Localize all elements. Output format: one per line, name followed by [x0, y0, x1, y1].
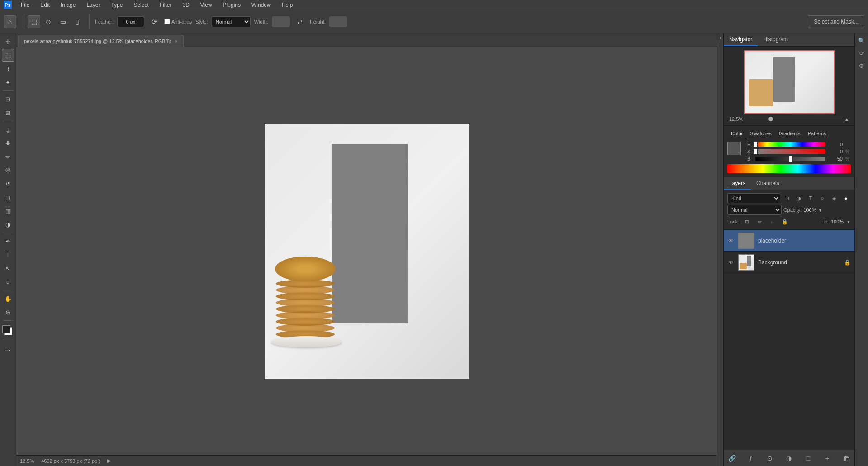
opacity-dropdown-btn[interactable]: ▼	[818, 208, 823, 213]
b-slider-track[interactable]	[755, 157, 825, 161]
delete-layer-btn[interactable]: 🗑	[842, 454, 851, 463]
crop-tool[interactable]: ⊡	[2, 93, 14, 105]
new-group-btn[interactable]: □	[804, 454, 813, 463]
anti-alias-checkbox[interactable]	[164, 19, 170, 24]
right-panel-collapse[interactable]: ‹	[717, 33, 723, 466]
shape-tool[interactable]: ○	[2, 276, 14, 288]
layer-visibility-placeholder[interactable]: 👁	[727, 237, 735, 244]
layers-filter-shape-btn[interactable]: ○	[817, 193, 827, 203]
menu-select[interactable]: Select	[132, 1, 150, 9]
layer-info-placeholder: placeholder	[758, 238, 851, 244]
menu-3d[interactable]: 3D	[180, 1, 191, 9]
history-brush-tool[interactable]: ↺	[2, 177, 14, 190]
h-slider-track[interactable]	[755, 142, 825, 147]
link-layers-btn[interactable]: 🔗	[727, 454, 736, 463]
add-style-btn[interactable]: ƒ	[746, 454, 755, 463]
layers-mode-select[interactable]: Normal Multiply Screen Overlay	[727, 205, 782, 215]
document-tab[interactable]: pexels-anna-pyshniuk-7855274.jpg @ 12.5%…	[18, 35, 184, 47]
width-input[interactable]	[272, 16, 290, 27]
lock-artboard-btn[interactable]: ↔	[767, 217, 777, 227]
more-tools[interactable]: …	[2, 342, 14, 355]
lasso-tool[interactable]: ⌇	[2, 62, 14, 75]
new-fill-layer-btn[interactable]: ◑	[784, 454, 793, 463]
dodge-tool[interactable]: ◑	[2, 218, 14, 231]
hand-tool[interactable]: ✋	[2, 292, 14, 305]
single-col-btn[interactable]: ▯	[71, 15, 84, 28]
s-slider-track[interactable]	[755, 149, 825, 154]
magic-wand-tool[interactable]: ✦	[2, 76, 14, 89]
menu-type[interactable]: Type	[109, 1, 124, 9]
h-label: H	[747, 142, 753, 147]
gradient-tool[interactable]: ▦	[2, 204, 14, 217]
color-sliders: H 0 S 0 %	[747, 142, 851, 162]
layers-filter-smart-btn[interactable]: ◈	[829, 193, 839, 203]
zoom-tool[interactable]: ⊕	[2, 306, 14, 319]
layers-filter-type-btn[interactable]: T	[806, 193, 816, 203]
menu-window[interactable]: Window	[250, 1, 273, 9]
color-spectrum[interactable]	[727, 164, 851, 173]
canvas-image[interactable]	[265, 124, 469, 379]
status-arrow[interactable]: ▶	[107, 458, 111, 464]
height-input[interactable]	[329, 16, 347, 27]
tab-close-btn[interactable]: ×	[175, 38, 177, 44]
rect-marquee-btn[interactable]: ⬚	[28, 15, 40, 28]
clone-stamp-tool[interactable]: ✇	[2, 164, 14, 176]
menu-view[interactable]: View	[199, 1, 214, 9]
menu-filter[interactable]: Filter	[158, 1, 174, 9]
color-preview-swatch[interactable]	[727, 142, 741, 155]
nav-zoom-slider[interactable]	[750, 119, 842, 119]
spot-healing-tool[interactable]: ✚	[2, 137, 14, 149]
canvas-container[interactable]	[16, 47, 717, 455]
menu-plugins[interactable]: Plugins	[221, 1, 242, 9]
color-tab[interactable]: Color	[727, 129, 746, 138]
layers-filter-adjust-btn[interactable]: ◑	[794, 193, 804, 203]
navigator-tab[interactable]: Navigator	[724, 33, 758, 46]
layers-kind-select[interactable]: Kind	[727, 193, 780, 203]
add-mask-btn[interactable]: ⊙	[765, 454, 774, 463]
menu-edit[interactable]: Edit	[38, 1, 52, 9]
menu-image[interactable]: Image	[59, 1, 77, 9]
histogram-tab[interactable]: Histogram	[758, 33, 793, 46]
layer-item-background[interactable]: 👁 Background 🔒	[724, 252, 854, 273]
gradients-tab[interactable]: Gradients	[775, 129, 804, 138]
path-select-tool[interactable]: ↖	[2, 262, 14, 275]
lock-all-btn[interactable]: 🔒	[780, 217, 790, 227]
feather-mode-btn[interactable]: ⟳	[148, 15, 161, 28]
channels-tab[interactable]: Channels	[751, 177, 785, 190]
ellip-marquee-btn[interactable]: ⊙	[42, 15, 55, 28]
fill-dropdown-btn[interactable]: ▼	[846, 219, 851, 224]
swatches-tab[interactable]: Swatches	[746, 129, 775, 138]
color-swatches[interactable]	[1, 324, 15, 338]
pen-tool[interactable]: ✒	[2, 235, 14, 247]
eyedropper-tool[interactable]: ⍊	[2, 123, 14, 136]
layers-tab[interactable]: Layers	[724, 177, 751, 190]
feather-input[interactable]	[117, 16, 144, 27]
layer-item-placeholder[interactable]: 👁 placeholder	[724, 230, 854, 252]
text-tool[interactable]: T	[2, 248, 14, 261]
swap-dimensions-btn[interactable]: ⇄	[294, 15, 306, 28]
rs-share-btn[interactable]: ⟳	[856, 48, 867, 59]
new-layer-btn[interactable]: +	[823, 454, 832, 463]
tool-icon-home[interactable]: ⌂	[4, 15, 16, 28]
foreground-color-swatch[interactable]	[2, 325, 10, 333]
move-tool[interactable]: ✛	[2, 35, 14, 48]
rs-settings-btn[interactable]: ⚙	[856, 61, 867, 71]
menu-file[interactable]: File	[19, 1, 31, 9]
style-select[interactable]: Normal Fixed Ratio Fixed Size	[212, 16, 251, 27]
layers-filter-pixel-btn[interactable]: ⊡	[782, 193, 792, 203]
marquee-tool[interactable]: ⬚	[2, 49, 14, 62]
layers-filter-dot-btn[interactable]: ●	[841, 193, 851, 203]
layer-visibility-background[interactable]: 👁	[727, 259, 735, 266]
patterns-tab[interactable]: Patterns	[804, 129, 830, 138]
select-mask-button[interactable]: Select and Mask...	[808, 15, 864, 28]
menu-help[interactable]: Help	[280, 1, 295, 9]
brush-tool[interactable]: ✏	[2, 150, 14, 163]
single-row-btn[interactable]: ▭	[57, 15, 69, 28]
navigator-preview[interactable]	[744, 50, 835, 114]
frame-tool[interactable]: ⊞	[2, 106, 14, 119]
lock-transparent-btn[interactable]: ⊟	[742, 217, 752, 227]
rs-search-btn[interactable]: 🔍	[856, 35, 867, 46]
eraser-tool[interactable]: ◻	[2, 191, 14, 204]
lock-paint-btn[interactable]: ✏	[754, 217, 764, 227]
menu-layer[interactable]: Layer	[85, 1, 102, 9]
